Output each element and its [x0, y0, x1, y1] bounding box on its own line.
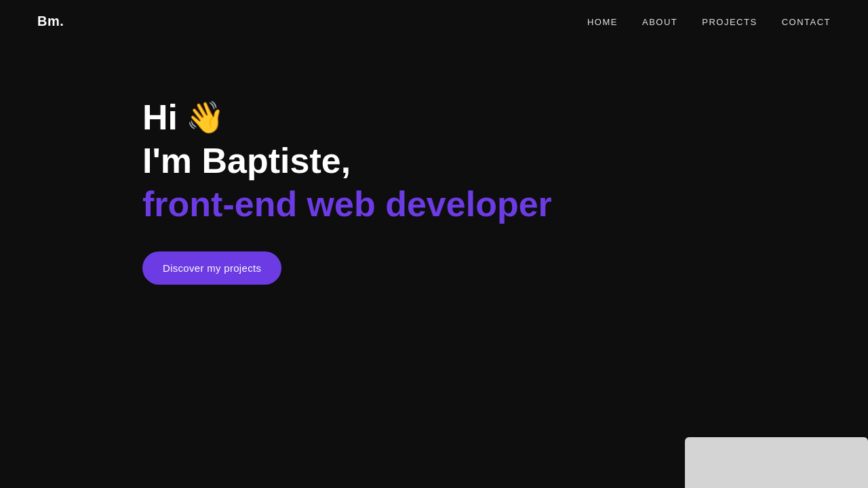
nav-item-contact[interactable]: CONTACT	[782, 16, 831, 28]
nav-item-home[interactable]: HOME	[587, 16, 618, 28]
nav-link-contact[interactable]: CONTACT	[782, 17, 831, 27]
device-mockup	[685, 437, 868, 488]
hero-section: Hi 👋 I'm Baptiste, front-end web develop…	[0, 43, 868, 285]
hero-role: front-end web developer	[142, 184, 831, 224]
hero-name: I'm Baptiste,	[142, 140, 831, 181]
wave-emoji: 👋	[186, 99, 224, 136]
navbar: Bm. HOME ABOUT PROJECTS CONTACT	[0, 0, 868, 43]
nav-links: HOME ABOUT PROJECTS CONTACT	[587, 16, 831, 28]
brand-logo[interactable]: Bm.	[37, 14, 64, 29]
nav-link-home[interactable]: HOME	[587, 17, 618, 27]
discover-projects-button[interactable]: Discover my projects	[142, 251, 281, 285]
nav-link-about[interactable]: ABOUT	[642, 17, 677, 27]
nav-item-about[interactable]: ABOUT	[642, 16, 677, 28]
hero-greeting: Hi 👋	[142, 97, 831, 138]
nav-link-projects[interactable]: PROJECTS	[702, 17, 757, 27]
nav-item-projects[interactable]: PROJECTS	[702, 16, 757, 28]
